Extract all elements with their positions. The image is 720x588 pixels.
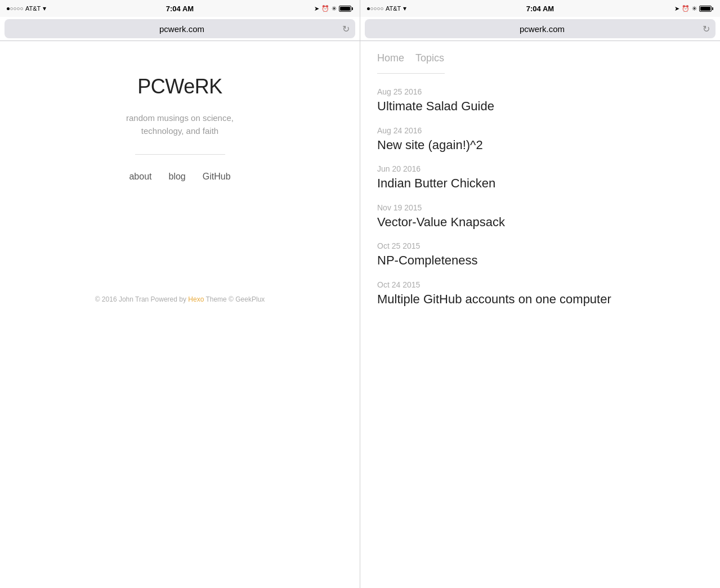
post-date: Aug 25 2016 xyxy=(377,87,703,96)
right-status-left: AT&T ▾ xyxy=(367,5,406,12)
left-status-right: ➤ ⏰ ✳ xyxy=(314,5,353,12)
site-nav: about blog GitHub xyxy=(129,172,230,182)
right-carrier: AT&T xyxy=(386,5,401,12)
blog-nav-topics[interactable]: Topics xyxy=(415,52,444,64)
site-footer: © 2016 John Tran Powered by Hexo Theme ©… xyxy=(95,294,265,304)
left-time: 7:04 AM xyxy=(166,5,194,13)
r-dot-4 xyxy=(377,7,380,10)
left-carrier: AT&T xyxy=(25,5,41,12)
content-divider xyxy=(135,154,225,155)
dot-4 xyxy=(17,7,20,10)
dot-1 xyxy=(7,7,10,10)
blog-post-item[interactable]: Nov 19 2015Vector-Value Knapsack xyxy=(377,203,703,231)
post-date: Aug 24 2016 xyxy=(377,126,703,135)
post-date: Oct 24 2015 xyxy=(377,280,703,289)
post-title: Ultimate Salad Guide xyxy=(377,98,703,115)
blog-nav-divider xyxy=(377,73,445,74)
right-site-content: Home Topics Aug 25 2016Ultimate Salad Gu… xyxy=(360,41,720,336)
location-icon: ➤ xyxy=(314,5,319,12)
r-dot-2 xyxy=(370,7,373,10)
bluetooth-icon: ✳ xyxy=(332,5,337,12)
blog-post-item[interactable]: Jun 20 2016Indian Butter Chicken xyxy=(377,164,703,192)
nav-github[interactable]: GitHub xyxy=(203,172,231,182)
nav-blog[interactable]: blog xyxy=(169,172,186,182)
footer-text-after: Theme © GeekPlux xyxy=(204,295,265,303)
left-reload-icon[interactable]: ↻ xyxy=(342,24,350,34)
blog-post-item[interactable]: Oct 24 2015Multiple GitHub accounts on o… xyxy=(377,280,703,308)
right-page-content: Home Topics Aug 25 2016Ultimate Salad Gu… xyxy=(360,41,720,588)
right-reload-icon[interactable]: ↻ xyxy=(703,24,710,34)
blog-post-item[interactable]: Oct 25 2015NP-Completeness xyxy=(377,241,703,269)
dot-2 xyxy=(10,7,13,10)
left-wifi-icon: ▾ xyxy=(43,5,46,12)
phones-container: AT&T ▾ 7:04 AM ➤ ⏰ ✳ pcwerk.com ↻ xyxy=(0,0,720,588)
post-title: Indian Butter Chicken xyxy=(377,176,703,192)
blog-post-item[interactable]: Aug 24 2016New site (again!)^2 xyxy=(377,126,703,154)
left-signal-dots xyxy=(7,7,23,10)
r-dot-3 xyxy=(374,7,377,10)
left-phone: AT&T ▾ 7:04 AM ➤ ⏰ ✳ pcwerk.com ↻ xyxy=(0,0,360,588)
post-title: New site (again!)^2 xyxy=(377,137,703,154)
r-bluetooth-icon: ✳ xyxy=(692,5,697,12)
right-time: 7:04 AM xyxy=(526,5,554,13)
dot-5 xyxy=(20,7,23,10)
r-alarm-icon: ⏰ xyxy=(682,5,690,12)
alarm-icon: ⏰ xyxy=(321,5,329,12)
right-status-right: ➤ ⏰ ✳ xyxy=(674,5,713,12)
post-title: Vector-Value Knapsack xyxy=(377,214,703,231)
site-title: PCWeRK xyxy=(137,75,222,98)
dot-3 xyxy=(14,7,16,10)
blog-post-list: Aug 25 2016Ultimate Salad GuideAug 24 20… xyxy=(377,87,703,319)
blog-post-item[interactable]: Aug 25 2016Ultimate Salad Guide xyxy=(377,87,703,115)
post-title: NP-Completeness xyxy=(377,253,703,269)
post-date: Nov 19 2015 xyxy=(377,203,703,212)
right-signal-dots xyxy=(367,7,383,10)
left-status-left: AT&T ▾ xyxy=(7,5,46,12)
tagline-line1: random musings on science, xyxy=(126,113,234,123)
left-site-content: PCWeRK random musings on science, techno… xyxy=(0,41,360,321)
post-title: Multiple GitHub accounts on one computer xyxy=(377,291,703,308)
right-url-text: pcwerk.com xyxy=(382,24,703,34)
blog-nav-home[interactable]: Home xyxy=(377,52,404,64)
left-battery xyxy=(339,6,353,12)
site-tagline: random musings on science, technology, a… xyxy=(126,112,234,137)
post-date: Oct 25 2015 xyxy=(377,241,703,250)
footer-text-before: © 2016 John Tran Powered by xyxy=(95,295,189,303)
tagline-line2: technology, and faith xyxy=(141,126,218,136)
left-page-content: PCWeRK random musings on science, techno… xyxy=(0,41,360,588)
blog-nav: Home Topics xyxy=(377,52,703,64)
nav-about[interactable]: about xyxy=(129,172,151,182)
hexo-link[interactable]: Hexo xyxy=(188,295,204,303)
r-dot-5 xyxy=(381,7,383,10)
left-status-bar: AT&T ▾ 7:04 AM ➤ ⏰ ✳ xyxy=(0,0,360,17)
r-location-icon: ➤ xyxy=(674,5,679,12)
right-wifi-icon: ▾ xyxy=(403,5,406,12)
right-url-bar[interactable]: pcwerk.com ↻ xyxy=(365,19,715,38)
r-dot-1 xyxy=(367,7,370,10)
right-status-bar: AT&T ▾ 7:04 AM ➤ ⏰ ✳ xyxy=(360,0,720,17)
right-phone: AT&T ▾ 7:04 AM ➤ ⏰ ✳ pcwerk.com ↻ xyxy=(360,0,720,588)
right-battery xyxy=(699,6,713,12)
left-url-bar[interactable]: pcwerk.com ↻ xyxy=(5,19,355,38)
post-date: Jun 20 2016 xyxy=(377,164,703,173)
left-url-text: pcwerk.com xyxy=(21,24,342,34)
